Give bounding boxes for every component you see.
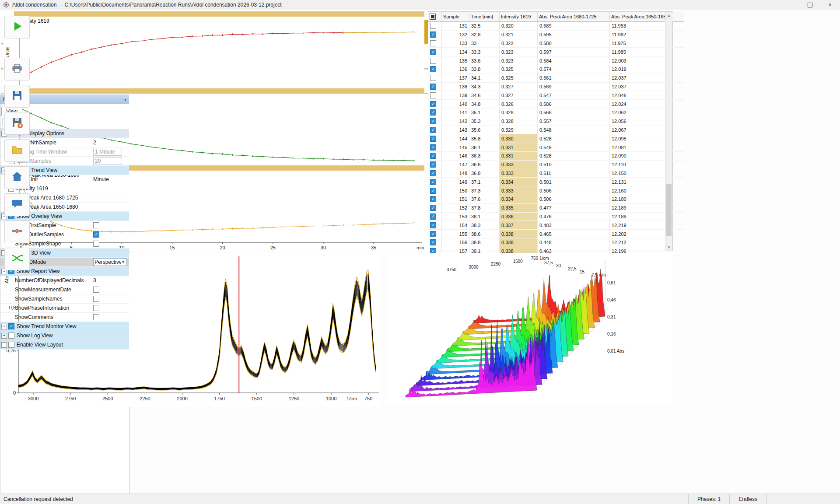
row-checkbox[interactable]: ✓ (430, 127, 436, 133)
param-checkbox[interactable] (8, 342, 14, 348)
table-row[interactable]: 13934.60.3270.54712.046 (428, 91, 684, 100)
table-row[interactable]: ✓15638.80.3380.44812.212 (428, 238, 684, 247)
row-checkbox[interactable]: ✓ (430, 170, 436, 176)
print-button[interactable] (4, 58, 30, 80)
row-checkbox-cell[interactable]: ✓ (428, 203, 442, 212)
table-row[interactable]: ✓13232.80.3210.59511.962 (428, 30, 684, 39)
param-row-showsamplenames[interactable]: ShowSampleNames (0, 294, 129, 304)
save-button[interactable] (4, 85, 30, 108)
row-checkbox[interactable]: ✓ (430, 153, 436, 159)
table-row[interactable]: ✓15137.60.3340.50612.180 (428, 195, 684, 203)
param-value-checkbox[interactable]: ✓ (93, 231, 99, 238)
row-checkbox[interactable]: ✓ (430, 32, 436, 38)
maximize-button[interactable] (800, 0, 820, 10)
param-value[interactable]: 3 (93, 277, 127, 284)
row-checkbox-cell[interactable]: ✓ (428, 48, 442, 56)
row-checkbox[interactable]: ✓ (430, 222, 436, 228)
param-value-checkbox[interactable] (93, 222, 99, 228)
row-checkbox[interactable]: ✓ (430, 49, 436, 55)
table-row[interactable]: ✓15037.30.3330.50612.160 (428, 186, 684, 195)
scroll-down-icon[interactable]: ▼ (665, 244, 672, 251)
table-row[interactable]: ✓13433.30.3230.59711.985 (428, 48, 684, 56)
minimize-button[interactable] (780, 0, 800, 10)
home-button[interactable] (4, 166, 30, 189)
param-row-numberofdisplayeddecimals[interactable]: NumberOfDisplayedDecimals3 (0, 276, 129, 285)
close-button[interactable]: × (820, 0, 840, 10)
param-value[interactable]: 2 (93, 140, 127, 146)
open-button[interactable] (4, 139, 30, 162)
table-row[interactable]: ✓14135.10.3280.56612.062 (428, 108, 684, 117)
export-button[interactable] (4, 112, 30, 135)
row-checkbox[interactable]: ✓ (430, 188, 436, 194)
row-checkbox-cell[interactable]: ✓ (428, 100, 442, 108)
row-checkbox[interactable] (430, 23, 436, 29)
play-button[interactable] (4, 16, 30, 38)
row-checkbox[interactable] (430, 58, 436, 64)
sample-table[interactable]: SampleTime [min]Intensity 1619Abs. Peak … (428, 12, 684, 264)
table-row[interactable]: ✓14836.80.3330.51112.150 (428, 169, 684, 178)
row-checkbox-cell[interactable]: ✓ (428, 169, 442, 178)
table-row[interactable]: ✓13834.30.3270.56912.037 (428, 82, 684, 91)
table-row[interactable]: ✓14636.30.3310.52812.090 (428, 151, 684, 160)
row-checkbox[interactable]: ✓ (430, 101, 436, 107)
table-row[interactable]: ✓14736.60.3330.51012.110 (428, 160, 684, 169)
param-row-showmeasurementdate[interactable]: ShowMeasurementDate (0, 285, 129, 294)
disconnect-button[interactable] (4, 220, 30, 243)
row-checkbox[interactable]: ✓ (430, 179, 436, 185)
row-checkbox-cell[interactable]: ✓ (428, 221, 442, 230)
table-row[interactable]: ✓15438.30.3370.48312.219 (428, 221, 684, 230)
row-checkbox-cell[interactable] (428, 74, 442, 82)
row-checkbox[interactable]: ✓ (430, 66, 436, 72)
threed-view-panel[interactable]: 3750300022501500750 1/cm37,53022,5157,5 … (386, 253, 673, 405)
param-checkbox[interactable] (8, 332, 14, 339)
branch-button[interactable] (4, 248, 30, 270)
param-value-box[interactable]: 1 Minute (93, 148, 127, 156)
collapse-icon[interactable]: - (1, 342, 7, 348)
param-row-showphaseinformation[interactable]: ShowPhaseInformation (0, 304, 129, 313)
row-checkbox[interactable]: ✓ (430, 239, 436, 245)
row-checkbox-cell[interactable]: ✓ (428, 238, 442, 247)
row-checkbox[interactable]: ✓ (430, 214, 436, 220)
row-checkbox[interactable]: ✓ (430, 196, 436, 202)
table-row[interactable]: ✓14435.80.3300.52812.095 (428, 134, 684, 143)
table-row[interactable]: 13132.50.3200.58911.953 (428, 22, 684, 31)
row-checkbox[interactable] (430, 92, 436, 98)
row-checkbox-cell[interactable] (428, 22, 442, 31)
row-checkbox-cell[interactable]: ✓ (428, 195, 442, 203)
row-checkbox-cell[interactable]: ✓ (428, 82, 442, 91)
table-row[interactable]: 133330.3220.58011.975 (428, 39, 684, 48)
row-checkbox-cell[interactable]: ✓ (428, 134, 442, 143)
param-row-enable-view-layout[interactable]: -Enable View Layout (0, 340, 129, 350)
row-checkbox-cell[interactable] (428, 56, 442, 65)
expand-icon[interactable]: + (1, 333, 7, 339)
row-checkbox[interactable] (430, 40, 436, 46)
row-checkbox[interactable]: ✓ (430, 84, 436, 90)
row-checkbox-cell[interactable]: ✓ (428, 108, 442, 117)
row-checkbox-cell[interactable]: ✓ (428, 143, 442, 152)
param-row-show-trend-monitor-view[interactable]: +✓Show Trend Monitor View (0, 322, 129, 331)
select-all-checkbox[interactable] (430, 14, 436, 20)
table-row[interactable]: ✓14536.10.3310.54912.081 (428, 143, 684, 152)
param-checkbox[interactable]: ✓ (8, 323, 14, 329)
dropdown[interactable]: Perspective▼ (93, 258, 126, 266)
table-row[interactable]: ✓15237.80.3350.47712.189 (428, 203, 684, 212)
row-checkbox-cell[interactable]: ✓ (428, 30, 442, 39)
param-value-checkbox[interactable] (93, 314, 99, 320)
param-row-show-log-view[interactable]: +Show Log View (0, 331, 129, 340)
table-row[interactable]: ✓14034.80.3260.58612.024 (428, 100, 684, 108)
table-row[interactable]: 13734.10.3250.56112.037 (428, 74, 684, 82)
row-checkbox-cell[interactable]: ✓ (428, 151, 442, 160)
table-row[interactable]: ✓15338.10.3360.47612.189 (428, 212, 684, 221)
scrollbar-thumb[interactable] (666, 184, 672, 236)
row-checkbox-cell[interactable]: ✓ (428, 117, 442, 126)
table-row[interactable]: ✓14937.10.3340.50112.131 (428, 178, 684, 186)
row-checkbox[interactable]: ✓ (430, 144, 436, 150)
table-row[interactable]: ✓14235.30.3280.55712.056 (428, 117, 684, 126)
param-value-checkbox[interactable] (93, 305, 99, 311)
param-value-dropdown[interactable]: Perspective▼ (93, 258, 127, 266)
row-checkbox[interactable]: ✓ (430, 109, 436, 116)
table-row[interactable]: ✓14335.60.3290.54812.067 (428, 126, 684, 134)
table-row[interactable]: ✓13633.80.3250.57412.019 (428, 65, 684, 74)
row-checkbox-cell[interactable]: ✓ (428, 230, 442, 238)
param-value-checkbox[interactable] (93, 241, 99, 247)
